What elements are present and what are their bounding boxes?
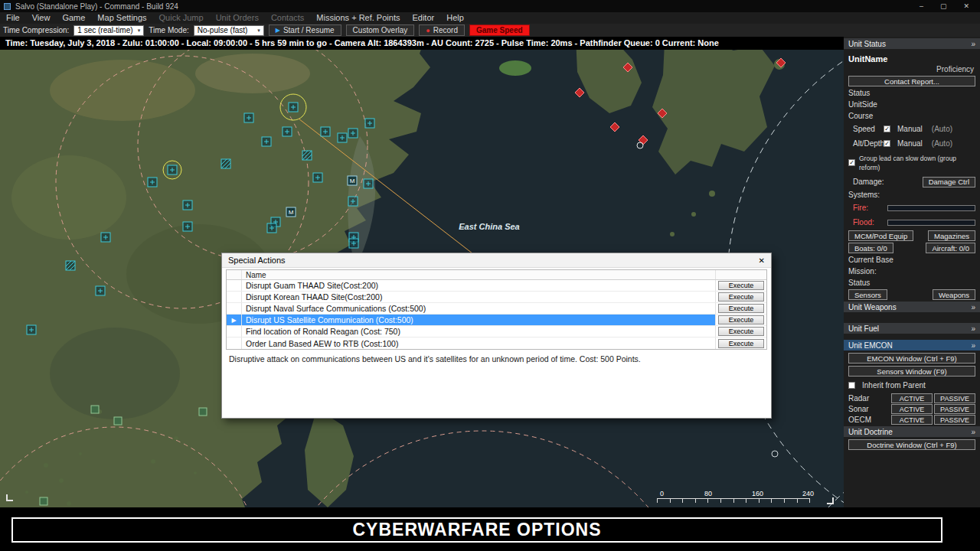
hostile-unit-icon[interactable] [575,88,584,97]
table-row[interactable]: Disrupt Naval Surface Communications (Co… [227,303,766,315]
ship-unit-icon[interactable] [289,103,298,112]
damage-ctrl-button[interactable]: Damage Ctrl [923,177,975,187]
ship-unit-icon[interactable] [183,222,192,231]
ship-unit-icon[interactable] [364,179,373,188]
facility-unit-icon[interactable] [91,406,99,413]
ship-unit-icon[interactable] [262,137,271,146]
radar-passive-button[interactable]: PASSIVE [934,393,975,403]
aircraft-button[interactable]: Aircraft: 0/0 [926,243,975,253]
section-unit-fuel[interactable]: Unit Fuel » [844,323,980,334]
ship-unit-icon[interactable] [168,165,177,174]
sensors-button[interactable]: Sensors [848,289,887,300]
mcm-pod-equip-button[interactable]: MCM/Pod Equip [848,230,913,241]
speed-auto-label: (Auto) [932,125,952,134]
boats-button[interactable]: Boats: 0/0 [848,243,893,253]
contact-report-button[interactable]: Contact Report... [848,76,975,86]
ship-unit-icon[interactable] [349,239,358,248]
ship-unit-icon[interactable] [267,223,276,233]
group-lead-checkbox[interactable]: ✓ [848,159,855,166]
mine-unit-icon[interactable]: M [348,176,357,185]
inherit-from-parent-checkbox[interactable] [848,382,855,389]
action-description: Disruptive attack on communications betw… [229,354,764,364]
selected-row-arrow-icon: ▶ [231,317,236,324]
record-button[interactable]: ● Record [419,24,465,36]
sensors-window-button[interactable]: Sensors Window (F9) [848,366,975,377]
game-speed-button[interactable]: Game Speed [469,24,530,36]
time-compression-label: Time Compression: [3,26,69,34]
ship-unit-icon[interactable] [365,119,374,128]
ship-unit-icon[interactable] [244,113,253,122]
menu-item-view[interactable]: View [26,12,57,24]
dialog-close-icon[interactable]: ✕ [759,256,765,265]
minimize-icon[interactable]: – [920,0,923,12]
altdepth-manual-checkbox[interactable]: ✓ [884,140,890,147]
facility-unit-icon[interactable] [40,497,47,505]
toolbar: Time Compression: 1 sec (real-time) ▾ Ti… [0,24,980,37]
ship-unit-icon[interactable] [101,233,110,242]
column-header-name: Name [242,270,716,279]
table-row[interactable]: Disrupt Guam THAAD Site(Cost:200) Execut… [227,280,766,292]
table-row-selected[interactable]: ▶ Disrupt US Satellite Communication (Co… [227,315,766,326]
execute-button[interactable]: Execute [718,304,764,313]
mine-unit-icon[interactable]: M [286,207,296,217]
time-compression-select[interactable]: 1 sec (real-time) ▾ [74,25,144,36]
island-outline [772,451,778,457]
sonar-active-button[interactable]: ACTIVE [891,404,933,414]
time-mode-select[interactable]: No-pulse (fast) ▾ [194,25,264,36]
close-icon[interactable]: ✕ [963,0,969,12]
execute-button[interactable]: Execute [718,339,764,348]
sonar-passive-button[interactable]: PASSIVE [934,404,975,414]
maximize-icon[interactable]: ▢ [940,0,947,12]
start-resume-button[interactable]: ▶ Start / Resume [269,24,341,36]
menu-item-editor[interactable]: Editor [406,12,440,24]
ship-unit-icon[interactable] [348,129,358,138]
speed-manual-checkbox[interactable]: ✓ [884,126,890,132]
hostile-unit-icon[interactable] [639,135,648,145]
group-unit-icon[interactable] [221,159,230,168]
group-unit-icon[interactable] [302,151,312,160]
magazines-button[interactable]: Magazines [928,230,975,241]
ship-unit-icon[interactable] [283,127,292,136]
facility-unit-icon[interactable] [199,408,207,416]
doctrine-window-button[interactable]: Doctrine Window (Ctrl + F9) [848,439,975,450]
collapse-icon: » [971,303,975,311]
ship-unit-icon[interactable] [148,178,157,187]
section-unit-emcon[interactable]: Unit EMCON » [844,340,980,350]
dialog-titlebar[interactable]: Special Actions ✕ [222,253,771,268]
section-unit-status[interactable]: Unit Status » [844,38,980,49]
execute-button[interactable]: Execute [718,292,764,302]
oecm-passive-button[interactable]: PASSIVE [934,415,975,425]
section-unit-doctrine[interactable]: Unit Doctrine » [844,426,980,437]
contact-unit-icon[interactable] [637,142,643,148]
execute-button[interactable]: Execute [718,315,764,324]
table-row[interactable]: Disrupt Korean THAAD Site(Cost:200) Exec… [227,292,766,303]
special-actions-dialog: Special Actions ✕ Name Disrupt Guam THAA… [221,253,772,419]
emcon-window-button[interactable]: EMCON Window (Ctrl + F9) [848,353,975,364]
ship-unit-icon[interactable] [313,173,322,182]
table-row[interactable]: Find location of Ronald Reagan (Cost: 75… [227,326,766,337]
menu-item-game[interactable]: Game [56,12,91,24]
facility-unit-icon[interactable] [114,417,122,425]
ship-unit-icon[interactable] [96,286,105,295]
weapons-button[interactable]: Weapons [933,289,975,300]
execute-button[interactable]: Execute [718,281,764,290]
damage-label: Damage: [853,178,884,187]
radar-active-button[interactable]: ACTIVE [891,393,933,403]
oecm-active-button[interactable]: ACTIVE [891,415,933,425]
table-row[interactable]: Order Land Based AEW to RTB (Cost:100) E… [227,337,766,349]
menu-item-missions-ref-points[interactable]: Missions + Ref. Points [310,12,406,24]
section-unit-weapons[interactable]: Unit Weapons » [844,302,980,312]
ship-unit-icon[interactable] [338,133,347,142]
menu-item-map-settings[interactable]: Map Settings [91,12,152,24]
altdepth-label: Alt/Depth [853,139,884,148]
execute-button[interactable]: Execute [718,327,764,336]
menu-item-help[interactable]: Help [440,12,470,24]
ship-unit-icon[interactable] [27,325,36,334]
menu-item-file[interactable]: File [0,12,26,24]
ship-unit-icon[interactable] [348,197,358,206]
ship-unit-icon[interactable] [183,201,192,210]
ship-unit-icon[interactable] [321,127,330,136]
hostile-unit-icon[interactable] [610,122,619,132]
group-unit-icon[interactable] [66,261,75,270]
custom-overlay-button[interactable]: Custom Overlay [346,24,415,36]
